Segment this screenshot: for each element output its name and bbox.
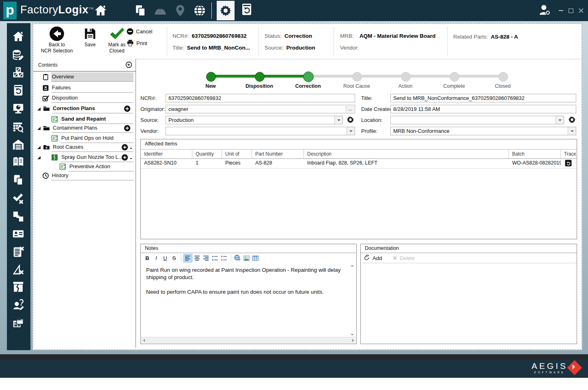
horizontal-scrollbar[interactable] — [141, 337, 356, 343]
documents-icon[interactable] — [134, 4, 147, 17]
add-action-button[interactable] — [121, 154, 128, 161]
location-dropdown[interactable] — [390, 116, 564, 124]
delete-document-button[interactable]: ✕ Delete — [392, 255, 415, 261]
measurement-icon[interactable] — [12, 264, 25, 277]
step-dot-action[interactable] — [401, 72, 411, 82]
defect-package-icon[interactable] — [12, 281, 25, 294]
tree-item-root-causes[interactable]: Root Causes — [33, 143, 136, 152]
add-correction-plan-button[interactable] — [124, 105, 131, 112]
column-header-trace[interactable]: Trace — [561, 150, 576, 158]
location-settings-gear-icon[interactable] — [568, 116, 576, 125]
trace-button[interactable] — [561, 158, 576, 168]
tree-item-spray-gun-nozzle[interactable]: Spray Gun Nozzle Too L... — [33, 153, 136, 162]
add-root-cause-button[interactable] — [121, 144, 128, 151]
title-input[interactable] — [390, 94, 576, 102]
tree-item-put-paint-ops-on-hold[interactable]: Put Paint Ops on Hold — [33, 134, 136, 143]
warehouse-icon[interactable] — [12, 139, 25, 152]
tree-item-failures[interactable]: Failures — [33, 83, 136, 93]
add-menu-caret[interactable] — [130, 148, 132, 150]
insert-image-icon[interactable] — [242, 254, 250, 262]
italic-button[interactable]: I — [152, 254, 160, 262]
numbered-list-button[interactable] — [220, 254, 228, 262]
step-dot-new[interactable] — [206, 72, 216, 82]
add-menu-caret[interactable] — [130, 158, 132, 160]
align-center-button[interactable] — [193, 254, 201, 262]
dropdown-chevron-icon[interactable] — [334, 116, 342, 124]
back-to-ncr-selection-button[interactable]: Back toNCR Selection — [37, 26, 76, 54]
quality-check-icon[interactable] — [12, 192, 25, 205]
documentation-book-icon[interactable] — [12, 156, 25, 169]
dropdown-chevron-icon[interactable] — [568, 127, 576, 135]
dashboard-icon[interactable] — [12, 102, 25, 115]
column-header-quantity[interactable]: Quantity — [192, 150, 222, 158]
production-units-icon[interactable] — [12, 66, 25, 79]
inspection-list-icon[interactable] — [12, 246, 25, 259]
ncr-number-input[interactable] — [166, 94, 355, 102]
dropdown-chevron-icon[interactable] — [556, 116, 564, 124]
underline-button[interactable]: U — [161, 254, 169, 262]
originator-browse-button[interactable]: ... — [346, 106, 354, 113]
location-pin-icon[interactable] — [174, 4, 187, 17]
step-dot-closed[interactable] — [498, 72, 508, 82]
strikethrough-button[interactable]: S — [170, 254, 178, 262]
ncr-icon[interactable] — [12, 84, 25, 97]
templates-copy-icon[interactable] — [12, 174, 25, 187]
close-button[interactable] — [577, 7, 585, 14]
expander-icon[interactable] — [37, 156, 41, 159]
date-created-input[interactable] — [390, 105, 576, 113]
hardhat-icon[interactable] — [154, 4, 167, 17]
collapse-panel-icon[interactable] — [125, 61, 132, 68]
data-query-icon[interactable] — [12, 121, 25, 134]
add-document-button[interactable]: Add — [364, 255, 382, 261]
affected-item-row[interactable]: AS8282-SN10 1 Pieces AS-828 Inboard Flap… — [141, 158, 577, 169]
minimize-button[interactable] — [557, 7, 564, 14]
column-header-batch[interactable]: Batch — [509, 150, 561, 158]
bold-button[interactable]: B — [143, 254, 151, 262]
column-header-description[interactable]: Description — [304, 150, 509, 158]
vendor-dropdown[interactable] — [166, 127, 355, 135]
align-left-button[interactable] — [183, 254, 192, 262]
dropdown-chevron-icon[interactable] — [347, 127, 355, 135]
operator-query-icon[interactable] — [12, 299, 25, 312]
source-settings-gear-icon[interactable] — [347, 116, 354, 125]
logout-user-icon[interactable] — [538, 4, 551, 17]
add-containment-plan-button[interactable] — [124, 125, 131, 132]
tree-item-history[interactable]: History — [33, 171, 136, 181]
home-icon[interactable] — [12, 30, 25, 43]
tree-item-disposition[interactable]: Disposition — [33, 93, 136, 103]
tree-item-preventive-action[interactable]: Preventive Action — [33, 162, 136, 172]
tree-item-sand-and-repaint[interactable]: Sand and Repaint — [33, 115, 136, 124]
bullet-list-button[interactable] — [211, 254, 219, 262]
source-dropdown[interactable]: Production — [166, 116, 343, 124]
tree-item-containment-plans[interactable]: Containment Plans — [33, 124, 136, 133]
cancel-button[interactable]: Cancel — [127, 28, 152, 35]
tree-item-overview[interactable]: Overview — [33, 72, 136, 82]
column-header-unit-of-issue[interactable]: Unit of Issue — [222, 150, 252, 158]
step-dot-root-cause[interactable] — [352, 72, 362, 82]
step-dot-complete[interactable] — [450, 72, 459, 82]
originator-input[interactable]: cwagner... — [166, 105, 355, 113]
expander-icon[interactable] — [37, 146, 41, 149]
vertical-scrollbar[interactable] — [349, 263, 355, 337]
database-edit-icon[interactable] — [12, 49, 25, 62]
ncr-module-icon[interactable] — [240, 3, 253, 16]
insert-link-icon[interactable] — [233, 254, 241, 262]
notes-editor[interactable]: Paint Run on wing recorded at Paint Insp… — [141, 263, 356, 337]
badge-card-icon[interactable] — [12, 228, 25, 241]
tree-item-correction-plans[interactable]: Correction Plans — [33, 104, 136, 114]
step-dot-disposition[interactable] — [255, 72, 265, 82]
maximize-button[interactable] — [567, 7, 575, 14]
save-button[interactable]: Save — [79, 26, 101, 48]
column-header-identifier[interactable]: Identifier — [141, 150, 192, 158]
globe-icon[interactable] — [193, 4, 206, 17]
align-right-button[interactable] — [202, 254, 210, 262]
insert-table-icon[interactable] — [251, 254, 259, 262]
expander-icon[interactable] — [37, 107, 41, 110]
step-dot-correction[interactable] — [303, 72, 314, 82]
expander-icon[interactable] — [37, 127, 41, 130]
transfer-icon[interactable] — [12, 210, 25, 223]
home-nav-icon[interactable] — [94, 4, 107, 17]
print-button[interactable]: Print — [127, 39, 147, 47]
settings-tab-selected[interactable] — [217, 1, 235, 20]
profile-dropdown[interactable]: MRB Non-Conformance — [390, 127, 576, 135]
